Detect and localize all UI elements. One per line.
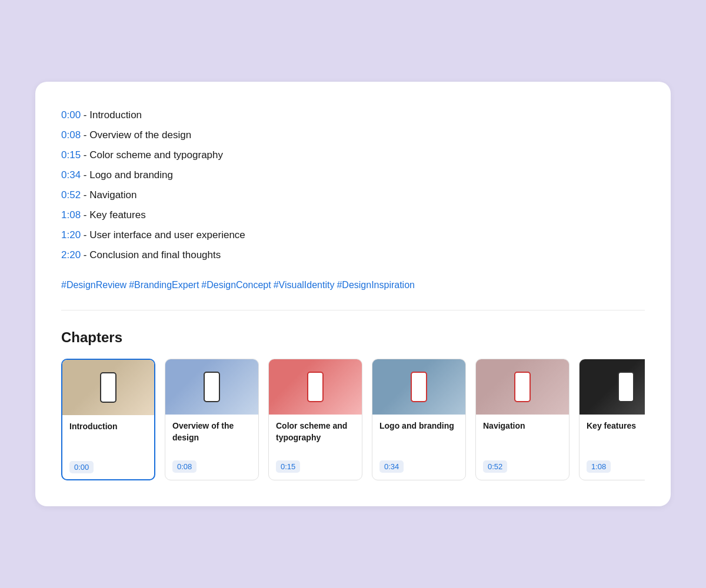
timestamp-line: 0:08 - Overview of the design (61, 125, 645, 145)
chapter-info: Overview of the design0:08 (165, 415, 258, 479)
chapter-info: Navigation0:52 (476, 415, 569, 479)
timestamp-line: 0:34 - Logo and branding (61, 165, 645, 185)
chapter-card[interactable]: Key features1:08 (579, 359, 645, 480)
timestamp-line: 1:20 - User interface and user experienc… (61, 225, 645, 245)
hashtag[interactable]: #VisualIdentity (274, 280, 335, 290)
phone-shape (618, 372, 634, 402)
chapter-thumbnail (269, 359, 362, 415)
timestamp-link[interactable]: 0:15 (61, 149, 81, 161)
hashtag[interactable]: #DesignReview (61, 280, 126, 290)
chapter-thumbnail (580, 359, 645, 415)
hashtag[interactable]: #BrandingExpert (129, 280, 199, 290)
chapter-name: Logo and branding (379, 420, 458, 444)
chapter-name: Introduction (69, 421, 147, 445)
chapter-name: Key features (587, 420, 645, 444)
chapter-time-badge: 0:15 (276, 460, 300, 473)
timestamp-link[interactable]: 0:00 (61, 109, 81, 121)
hashtag[interactable]: #DesignConcept (201, 280, 271, 290)
timestamp-line: 1:08 - Key features (61, 205, 645, 225)
chapter-name: Color scheme and typography (276, 420, 355, 444)
phone-shape (307, 372, 324, 402)
chapters-grid: Introduction0:00Overview of the design0:… (61, 359, 645, 480)
chapter-info: Introduction0:00 (62, 415, 154, 479)
chapter-time-badge: 0:08 (172, 460, 197, 473)
timestamp-line: 0:00 - Introduction (61, 105, 645, 125)
timestamp-link[interactable]: 0:08 (61, 129, 81, 141)
chapter-time-badge: 0:00 (69, 461, 94, 473)
phone-shape (514, 372, 531, 402)
hashtag[interactable]: #DesignInspiration (337, 280, 415, 290)
timestamp-link[interactable]: 1:08 (61, 209, 81, 220)
chapter-info: Key features1:08 (580, 415, 645, 479)
chapter-name: Overview of the design (172, 420, 251, 444)
timestamp-line: 0:15 - Color scheme and typography (61, 145, 645, 165)
chapter-card[interactable]: Navigation0:52 (475, 359, 570, 480)
chapter-time-badge: 1:08 (587, 460, 611, 473)
timestamp-line: 0:52 - Navigation (61, 185, 645, 205)
timestamps-section: 0:00 - Introduction0:08 - Overview of th… (61, 105, 645, 294)
chapter-time-badge: 0:52 (483, 460, 507, 473)
section-divider (61, 310, 645, 310)
chapter-time-badge: 0:34 (379, 460, 404, 473)
timestamp-link[interactable]: 0:52 (61, 189, 81, 201)
chapter-card[interactable]: Color scheme and typography0:15 (268, 359, 362, 480)
chapter-thumbnail (62, 360, 154, 415)
chapter-info: Logo and branding0:34 (372, 415, 465, 479)
chapter-thumbnail (372, 359, 465, 415)
chapter-thumbnail (165, 359, 258, 415)
timestamp-line: 2:20 - Conclusion and final thoughts (61, 245, 645, 265)
chapter-thumbnail (476, 359, 569, 415)
hashtags-container: #DesignReview#BrandingExpert#DesignConce… (61, 277, 645, 294)
chapter-name: Navigation (483, 420, 562, 444)
timestamp-link[interactable]: 0:34 (61, 169, 81, 181)
chapter-card[interactable]: Introduction0:00 (61, 359, 155, 480)
phone-shape (204, 372, 220, 402)
timestamp-link[interactable]: 1:20 (61, 229, 81, 240)
chapter-card[interactable]: Logo and branding0:34 (372, 359, 466, 480)
chapter-card[interactable]: Overview of the design0:08 (165, 359, 259, 480)
chapter-info: Color scheme and typography0:15 (269, 415, 362, 479)
chapters-heading: Chapters (61, 329, 645, 346)
phone-shape (411, 372, 427, 402)
phone-shape (100, 372, 116, 403)
timestamp-link[interactable]: 2:20 (61, 249, 81, 260)
main-card: 0:00 - Introduction0:08 - Overview of th… (35, 82, 671, 507)
